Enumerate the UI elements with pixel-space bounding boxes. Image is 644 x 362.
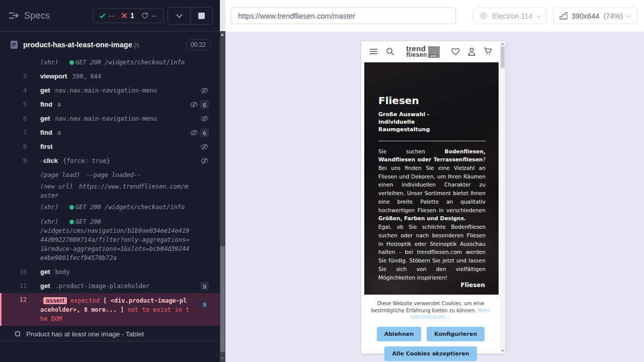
- url-input[interactable]: [230, 8, 456, 24]
- eye-slash-icon: [200, 86, 209, 95]
- eye-slash-icon: [200, 115, 209, 123]
- log-row-icons: [200, 157, 209, 165]
- log-row-icons: 9: [200, 282, 209, 291]
- viewport-selector[interactable]: 390x844 (74%): [553, 8, 637, 24]
- log-row-icons: 6: [190, 101, 209, 109]
- log-row[interactable]: 8first: [0, 140, 220, 154]
- command-message: nav.nav.main-navigation-menu: [55, 115, 157, 122]
- log-row[interactable]: 5finda6: [0, 98, 220, 112]
- log-row[interactable]: (new url)https://www.trendfliesen.com/ma…: [0, 182, 220, 200]
- log-row[interactable]: 9-click{force: true}: [0, 154, 220, 168]
- command-message: body: [55, 268, 70, 276]
- log-row[interactable]: 10getbody: [0, 265, 220, 279]
- log-row-content: finda: [40, 100, 190, 109]
- command-name: get: [40, 86, 50, 94]
- log-row[interactable]: 4getnav.nav.main-navigation-menu: [0, 83, 220, 98]
- log-row[interactable]: (page load)--page loaded--: [0, 168, 220, 182]
- log-line-number: 4: [0, 87, 27, 94]
- xhr-event: (xhr)GET 200 /widgets/checkout/info: [40, 204, 185, 211]
- search-icon[interactable]: [386, 47, 394, 56]
- configure-cookies-button[interactable]: Konfigurieren: [427, 327, 485, 341]
- ruler-icon: [559, 12, 568, 20]
- app-under-test: trend fliesen .com Fliesen Große Auswahl…: [361, 41, 505, 353]
- scrollbar-thumb[interactable]: [501, 46, 505, 68]
- stat-failed: 1: [121, 12, 134, 20]
- hero-corner-label: Fliesen: [461, 282, 485, 289]
- log-row[interactable]: 12-assert expected [ <div.product-image-…: [0, 293, 220, 326]
- reporter-controls: [168, 7, 213, 25]
- cookie-banner: Diese Website verwendet Cookies, um eine…: [361, 295, 500, 361]
- account-icon[interactable]: [467, 47, 476, 56]
- browser-selector[interactable]: Electron 114: [473, 8, 546, 24]
- refresh-icon: [141, 12, 148, 19]
- eye-slash-icon: [200, 157, 209, 165]
- command-message: {force: true}: [63, 157, 110, 164]
- log-row-content: getbody: [40, 267, 190, 277]
- xhr-status-dot-icon: [69, 220, 74, 224]
- chevron-down-icon: [626, 13, 631, 18]
- spec-file-row[interactable]: product-has-at-least-one-image.js 00:22: [0, 32, 220, 54]
- stop-button[interactable]: [190, 8, 212, 24]
- xhr-label: (xhr): [40, 218, 58, 225]
- scrollbar-thumb[interactable]: [220, 246, 225, 352]
- page-event: (new url)https://www.trendfliesen.com/ma…: [40, 183, 188, 199]
- log-row-content: (xhr)GET 200 /widgets/cms/navigation/b1b…: [40, 217, 190, 262]
- child-command-dash: -: [40, 157, 42, 164]
- eye-slash-icon: [190, 101, 198, 109]
- command-log: (xhr)GET 200 /widgets/checkout/info3view…: [0, 55, 220, 326]
- collapse-chevron-button[interactable]: [168, 8, 190, 24]
- stop-icon: [198, 13, 205, 19]
- log-row[interactable]: (xhr)GET 200 /widgets/cms/navigation/b1b…: [0, 214, 220, 265]
- test-state-icon: [15, 331, 20, 336]
- event-message: --page loaded--: [86, 171, 140, 178]
- command-message: .product-image-placeholder: [55, 283, 150, 290]
- hero-paragraph-2: Egal, ob Sie schlichte Bodenfliesen such…: [378, 223, 486, 282]
- xhr-message: GET 200 /widgets/checkout/info: [75, 59, 185, 66]
- test-title-row[interactable]: Product has at least one image - Tablet: [0, 327, 220, 341]
- aut-stage: Electron 114 390x844 (74%) trend fliesen: [225, 0, 644, 362]
- xhr-status-dot-icon: [69, 205, 74, 210]
- trendfliesen-logo[interactable]: trend fliesen .com: [406, 45, 440, 58]
- log-line-number: 5: [0, 101, 27, 108]
- log-row-content: -click{force: true}: [40, 156, 190, 165]
- log-row[interactable]: 3viewport390, 844: [0, 69, 220, 83]
- log-row-icons: [200, 86, 209, 95]
- reporter-header: Specs -- 1 --: [0, 0, 220, 32]
- log-line-number: 12: [2, 296, 27, 303]
- event-label: (page load): [40, 171, 80, 178]
- test-title: Product has at least one image - Tablet: [26, 330, 144, 338]
- stat-passed: --: [99, 12, 114, 20]
- log-row[interactable]: (xhr)GET 200 /widgets/checkout/info: [0, 200, 220, 214]
- log-row[interactable]: 7finda6: [0, 126, 220, 140]
- app-scrollbar[interactable]: [500, 41, 505, 353]
- log-row-content: (page load)--page loaded--: [40, 170, 190, 179]
- log-row[interactable]: 6getnav.nav.main-navigation-menu: [0, 112, 220, 126]
- accept-all-cookies-button[interactable]: Alle Cookies akzeptieren: [384, 346, 476, 361]
- spec-file-icon: [10, 40, 18, 49]
- command-name: first: [40, 143, 53, 150]
- scroll-down-arrow-icon[interactable]: [501, 350, 504, 352]
- cart-icon[interactable]: [484, 47, 492, 56]
- decline-cookies-button[interactable]: Ablehnen: [377, 327, 422, 341]
- scroll-down-arrow-icon[interactable]: [221, 357, 224, 360]
- command-name: get: [40, 282, 50, 290]
- log-row-content: finda: [40, 128, 190, 137]
- log-row[interactable]: (xhr)GET 200 /widgets/checkout/info: [0, 55, 220, 69]
- shop-header: trend fliesen .com: [361, 41, 505, 61]
- scroll-up-arrow-icon[interactable]: [221, 33, 224, 36]
- assert-expected: expected: [67, 297, 103, 304]
- page-event: (page load)--page loaded--: [40, 171, 141, 178]
- xhr-label: (xhr): [40, 59, 58, 66]
- log-row[interactable]: 11get.product-image-placeholder9: [0, 279, 220, 293]
- element-count-badge: 6: [200, 101, 209, 109]
- xhr-status-dot-icon: [69, 60, 74, 65]
- hamburger-menu-icon[interactable]: [369, 47, 378, 56]
- log-line-number: 8: [0, 143, 27, 150]
- assert-badge: assert: [43, 297, 67, 304]
- specs-list-icon[interactable]: [8, 11, 19, 20]
- reporter-scrollbar[interactable]: [220, 31, 225, 362]
- scroll-up-arrow-icon[interactable]: [501, 43, 504, 45]
- log-line-number: 6: [0, 115, 27, 122]
- command-name: get: [40, 115, 50, 122]
- wishlist-heart-icon[interactable]: [451, 47, 460, 56]
